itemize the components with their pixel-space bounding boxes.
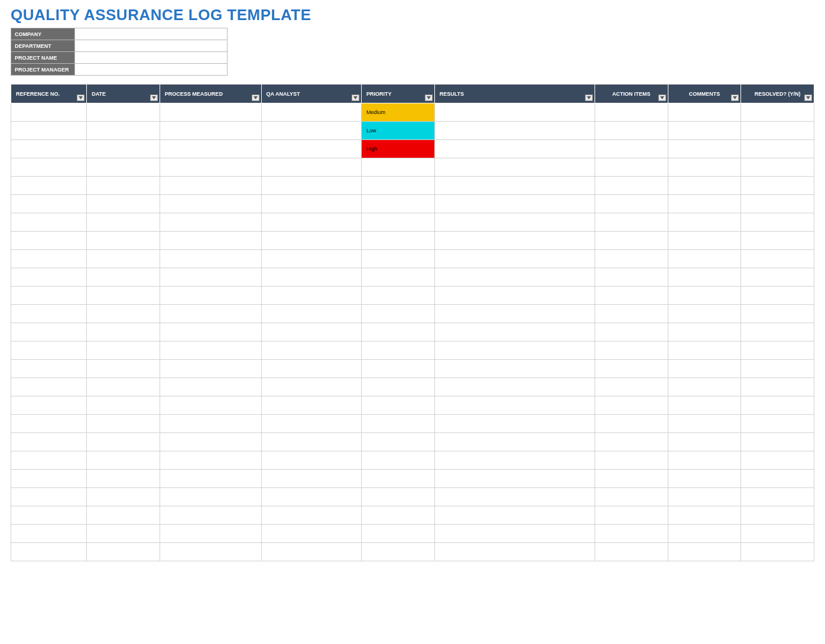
cell-priority[interactable]: [362, 213, 435, 232]
cell-results[interactable]: [434, 213, 595, 232]
cell-results[interactable]: [434, 506, 595, 525]
cell-date[interactable]: [87, 341, 160, 360]
cell-process_measured[interactable]: [160, 543, 261, 561]
cell-comments[interactable]: [668, 470, 741, 488]
cell-process_measured[interactable]: [160, 287, 261, 305]
cell-reference_no[interactable]: [11, 543, 87, 561]
cell-reference_no[interactable]: [11, 268, 87, 287]
cell-action_items[interactable]: [595, 323, 668, 341]
cell-date[interactable]: [87, 158, 160, 177]
cell-process_measured[interactable]: [160, 415, 261, 433]
cell-process_measured[interactable]: [160, 378, 261, 396]
cell-qa_analyst[interactable]: [261, 378, 361, 396]
cell-results[interactable]: [434, 360, 595, 378]
cell-reference_no[interactable]: [11, 195, 87, 213]
cell-reference_no[interactable]: [11, 158, 87, 177]
cell-reference_no[interactable]: [11, 140, 87, 158]
cell-reference_no[interactable]: [11, 451, 87, 470]
cell-results[interactable]: [434, 140, 595, 158]
cell-process_measured[interactable]: [160, 470, 261, 488]
cell-action_items[interactable]: [595, 195, 668, 213]
cell-date[interactable]: [87, 250, 160, 268]
filter-dropdown-icon[interactable]: [731, 95, 739, 101]
cell-resolved[interactable]: [741, 360, 814, 378]
cell-process_measured[interactable]: [160, 451, 261, 470]
cell-date[interactable]: [87, 140, 160, 158]
cell-action_items[interactable]: [595, 543, 668, 561]
cell-qa_analyst[interactable]: [261, 287, 361, 305]
cell-comments[interactable]: [668, 122, 741, 140]
cell-qa_analyst[interactable]: [261, 543, 361, 561]
cell-resolved[interactable]: [741, 506, 814, 525]
cell-resolved[interactable]: [741, 195, 814, 213]
cell-comments[interactable]: [668, 287, 741, 305]
cell-date[interactable]: [87, 103, 160, 122]
cell-results[interactable]: [434, 177, 595, 195]
cell-resolved[interactable]: [741, 232, 814, 250]
cell-results[interactable]: [434, 323, 595, 341]
cell-priority[interactable]: [362, 488, 435, 506]
cell-date[interactable]: [87, 525, 160, 543]
cell-priority[interactable]: [362, 341, 435, 360]
cell-qa_analyst[interactable]: [261, 415, 361, 433]
cell-resolved[interactable]: [741, 177, 814, 195]
cell-comments[interactable]: [668, 195, 741, 213]
cell-process_measured[interactable]: [160, 323, 261, 341]
cell-process_measured[interactable]: [160, 360, 261, 378]
cell-results[interactable]: [434, 232, 595, 250]
filter-dropdown-icon[interactable]: [352, 95, 359, 101]
cell-date[interactable]: [87, 543, 160, 561]
cell-action_items[interactable]: [595, 268, 668, 287]
cell-comments[interactable]: [668, 488, 741, 506]
cell-resolved[interactable]: [741, 543, 814, 561]
cell-date[interactable]: [87, 488, 160, 506]
cell-resolved[interactable]: [741, 488, 814, 506]
cell-priority[interactable]: [362, 415, 435, 433]
cell-comments[interactable]: [668, 268, 741, 287]
filter-dropdown-icon[interactable]: [425, 95, 433, 101]
cell-action_items[interactable]: [595, 122, 668, 140]
cell-qa_analyst[interactable]: [261, 103, 361, 122]
cell-process_measured[interactable]: [160, 103, 261, 122]
cell-process_measured[interactable]: [160, 250, 261, 268]
cell-results[interactable]: [434, 451, 595, 470]
cell-results[interactable]: [434, 287, 595, 305]
cell-comments[interactable]: [668, 360, 741, 378]
cell-action_items[interactable]: [595, 360, 668, 378]
cell-reference_no[interactable]: [11, 250, 87, 268]
cell-comments[interactable]: [668, 213, 741, 232]
cell-action_items[interactable]: [595, 103, 668, 122]
cell-action_items[interactable]: [595, 232, 668, 250]
cell-results[interactable]: [434, 122, 595, 140]
cell-results[interactable]: [434, 396, 595, 415]
cell-action_items[interactable]: [595, 470, 668, 488]
cell-results[interactable]: [434, 415, 595, 433]
cell-date[interactable]: [87, 268, 160, 287]
cell-resolved[interactable]: [741, 287, 814, 305]
cell-resolved[interactable]: [741, 396, 814, 415]
cell-qa_analyst[interactable]: [261, 506, 361, 525]
cell-reference_no[interactable]: [11, 360, 87, 378]
cell-process_measured[interactable]: [160, 488, 261, 506]
cell-action_items[interactable]: [595, 250, 668, 268]
cell-reference_no[interactable]: [11, 341, 87, 360]
cell-resolved[interactable]: [741, 305, 814, 323]
cell-date[interactable]: [87, 232, 160, 250]
meta-value[interactable]: [75, 64, 228, 76]
column-header[interactable]: PROCESS MEASURED: [160, 84, 261, 103]
cell-process_measured[interactable]: [160, 396, 261, 415]
column-header[interactable]: COMMENTS: [668, 84, 741, 103]
cell-priority[interactable]: [362, 177, 435, 195]
cell-results[interactable]: [434, 158, 595, 177]
cell-priority[interactable]: [362, 543, 435, 561]
cell-action_items[interactable]: [595, 213, 668, 232]
cell-results[interactable]: [434, 488, 595, 506]
cell-process_measured[interactable]: [160, 341, 261, 360]
cell-process_measured[interactable]: [160, 195, 261, 213]
cell-process_measured[interactable]: [160, 158, 261, 177]
column-header[interactable]: PRIORITY: [362, 84, 435, 103]
cell-priority[interactable]: [362, 396, 435, 415]
cell-process_measured[interactable]: [160, 177, 261, 195]
meta-value[interactable]: [75, 40, 228, 52]
cell-results[interactable]: [434, 470, 595, 488]
